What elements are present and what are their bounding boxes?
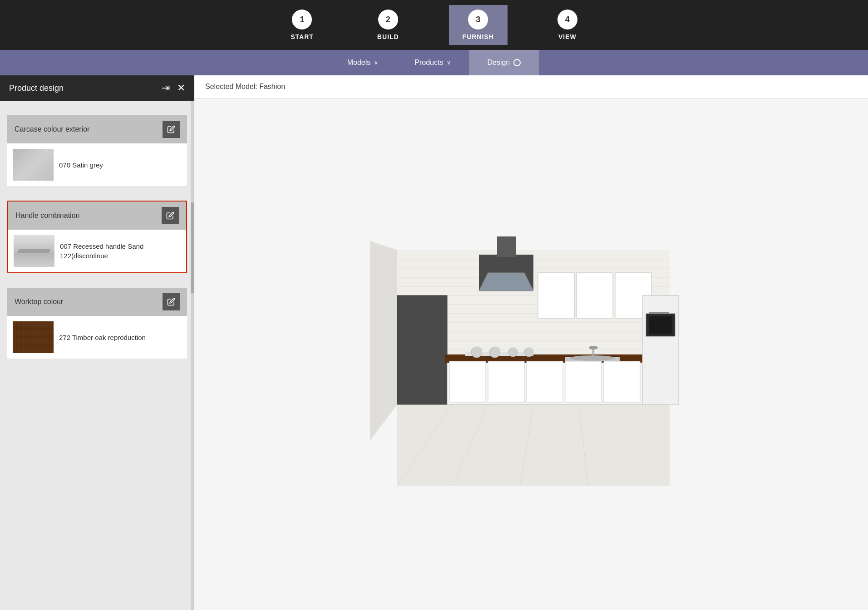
step-start[interactable]: 1 START [277,5,327,45]
handle-section: Handle combination 007 Recessed handle S… [7,201,187,273]
step-2-circle: 2 [378,10,398,30]
scroll-track[interactable] [191,101,194,610]
close-button[interactable]: ✕ [177,82,185,94]
carcase-header: Carcase colour exterior [7,115,187,143]
scroll-thumb[interactable] [191,202,194,293]
sidebar-header: Product design ⇥ ✕ [0,75,194,101]
base-door-2 [488,361,524,402]
hood-glass [479,273,533,291]
spacer-mid1 [0,186,194,193]
top-navigation: 1 START 2 BUILD 3 FURNISH 4 VIEW [0,0,868,50]
nav-products[interactable]: Products ∨ [396,50,469,75]
step-1-label: START [291,33,314,40]
worktop-section: Worktop colour 272 Timber oak reproducti… [7,288,187,359]
step-furnish[interactable]: 3 FURNISH [449,5,508,45]
step-4-circle: 4 [557,10,577,30]
spacer-bottom [0,359,194,366]
spacer-top [0,101,194,108]
sidebar-actions: ⇥ ✕ [162,82,185,94]
carcase-thumbnail [13,149,54,181]
handle-edit-button[interactable] [162,207,179,224]
handle-title: Handle combination [15,212,79,220]
wall-cabinet-1 [538,273,574,318]
worktop-value: 272 Timber oak reproduction [59,333,146,342]
nav-models-label: Models [347,59,371,67]
carcase-value: 070 Satin grey [59,160,103,170]
kitchen-view [194,98,868,610]
step-view[interactable]: 4 VIEW [544,5,591,45]
chevron-down-icon: ∨ [447,59,451,66]
floor [397,404,670,486]
pencil-icon [167,298,175,306]
handle-value: 007 Recessed handle Sand 122(discontinue [60,241,181,261]
worktop-title: Worktop colour [15,298,63,306]
nav-products-label: Products [414,59,443,67]
worktop-edit-button[interactable] [163,293,180,310]
carcase-content: 070 Satin grey [7,143,187,186]
hood-duct [497,236,516,257]
hob-ring-4 [524,348,533,357]
worktop-thumbnail [13,321,54,353]
base-door-1 [449,361,486,402]
step-3-circle: 3 [468,10,488,30]
oven-handle [649,312,669,314]
selected-model-text: Selected Model: Fashion [205,83,285,90]
step-build[interactable]: 2 BUILD [364,5,413,45]
sidebar: Product design ⇥ ✕ Carcase colour exteri… [0,75,194,610]
main-content: Product design ⇥ ✕ Carcase colour exteri… [0,75,868,610]
step-2-label: BUILD [377,33,399,40]
pencil-icon [166,212,174,220]
handle-header: Handle combination [8,202,186,230]
wall-cabinet-2 [577,273,613,318]
step-4-label: VIEW [558,33,577,40]
base-door-4 [565,361,602,402]
worktop-header: Worktop colour [7,288,187,316]
carcase-title: Carcase colour exterior [15,125,89,133]
selected-model-bar: Selected Model: Fashion [194,75,868,98]
pencil-icon [167,125,175,133]
carcase-edit-button[interactable] [163,121,180,138]
tap-head [589,346,598,349]
hob-ring-3 [508,348,518,357]
left-wall [370,241,397,441]
handle-thumbnail [14,235,54,267]
handle-content: 007 Recessed handle Sand 122(discontinue [8,230,186,272]
left-cabinet [397,295,447,404]
carcase-section: Carcase colour exterior 070 Satin grey [7,115,187,186]
worktop-content: 272 Timber oak reproduction [7,316,187,359]
hob-ring-2 [489,347,500,358]
step-1-circle: 1 [292,10,312,30]
circle-icon [513,59,521,66]
kitchen-3d-view [361,214,701,495]
right-content: Selected Model: Fashion [194,75,868,610]
nav-design[interactable]: Design [469,50,539,75]
chevron-down-icon: ∨ [374,59,378,66]
sidebar-title: Product design [9,84,64,93]
base-door-5 [604,361,640,402]
hob-ring-1 [471,347,482,358]
collapse-button[interactable]: ⇥ [162,82,170,94]
base-door-3 [527,361,563,402]
nav-models[interactable]: Models ∨ [329,50,397,75]
nav-design-label: Design [487,59,510,67]
secondary-navigation: Models ∨ Products ∨ Design [0,50,868,75]
oven-cabinet [642,295,679,404]
step-3-label: FURNISH [463,33,494,40]
spacer-mid2 [0,273,194,280]
oven-interior [649,316,672,334]
